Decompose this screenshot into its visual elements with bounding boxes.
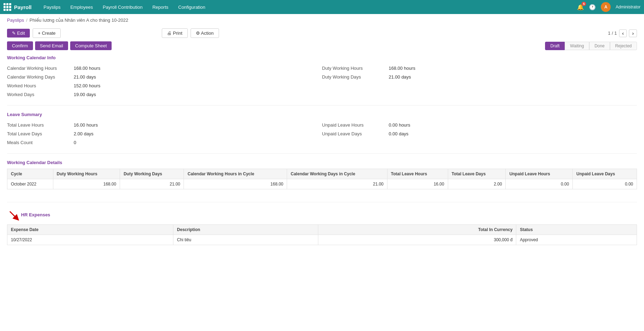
status-draft[interactable]: Draft xyxy=(545,42,565,50)
info-row-duty-working-days: Duty Working Days 21.00 days xyxy=(322,73,637,81)
next-button[interactable]: › xyxy=(629,29,637,37)
divider-1 xyxy=(7,105,637,106)
nav-employees[interactable]: Employees xyxy=(65,0,98,14)
leave-summary-title: Leave Summary xyxy=(7,112,637,117)
topnav-items: Payslips Employees Payroll Contribution … xyxy=(39,0,577,14)
label-total-leave-days: Total Leave Days xyxy=(7,131,67,136)
avatar[interactable]: A xyxy=(601,2,611,12)
col-cycle: Cycle xyxy=(7,169,53,179)
nav-payslips[interactable]: Payslips xyxy=(39,0,65,14)
svg-line-0 xyxy=(10,211,17,218)
cell-unpaid-leave-hours: 0.00 xyxy=(506,179,573,189)
pagination: 1 / 1 ‹ › xyxy=(608,29,637,37)
breadcrumb-parent[interactable]: Payslips xyxy=(7,18,24,23)
col-cal-working-hours-cycle: Calendar Working Hours in Cycle xyxy=(184,169,287,179)
hr-expenses-table: Expense Date Description Total In Curren… xyxy=(7,224,637,245)
value-duty-working-hours: 168.00 hours xyxy=(389,66,416,71)
app-name: Payroll xyxy=(14,4,32,10)
value-unpaid-leave-hours: 0.00 hours xyxy=(389,122,410,128)
value-calendar-working-days: 21.00 days xyxy=(74,74,96,80)
col-unpaid-leave-hours: Unpaid Leave Hours xyxy=(506,169,573,179)
info-row-meals-count: Meals Count 0 xyxy=(7,138,322,147)
topnav-right: 🔔 5 🕐 A Administrator xyxy=(577,2,640,12)
compute-sheet-button[interactable]: Compute Sheet xyxy=(70,41,112,50)
info-row-calendar-working-days: Calendar Working Days 21.00 days xyxy=(7,73,322,81)
pagination-count: 1 / 1 xyxy=(608,31,617,36)
cell-status: Approved xyxy=(516,235,637,245)
cell-total-leave-hours: 16.00 xyxy=(387,179,448,189)
info-right-col: Duty Working Hours 168.00 hours Duty Wor… xyxy=(322,64,637,99)
table-row: October 2022 168.00 21.00 168.00 21.00 1… xyxy=(7,179,637,189)
col-total-in-currency: Total In Currency xyxy=(318,225,516,235)
leave-left-col: Total Leave Hours 16.00 hours Total Leav… xyxy=(7,121,322,147)
hr-expenses-title: HR Expenses xyxy=(21,212,50,217)
info-row-total-leave-hours: Total Leave Hours 16.00 hours xyxy=(7,121,322,129)
info-row-calendar-working-hours: Calendar Working Hours 168.00 hours xyxy=(7,64,322,73)
leave-right-col: Unpaid Leave Hours 0.00 hours Unpaid Lea… xyxy=(322,121,637,147)
working-calendar-info-grid: Calendar Working Hours 168.00 hours Cale… xyxy=(7,64,637,99)
cell-duty-working-days: 21.00 xyxy=(120,179,184,189)
app-logo[interactable]: Payroll xyxy=(4,3,32,11)
col-total-leave-days: Total Leave Days xyxy=(448,169,506,179)
cell-cal-working-hours-cycle: 168.00 xyxy=(184,179,287,189)
clock-icon[interactable]: 🕐 xyxy=(589,4,596,11)
value-worked-hours: 152.00 hours xyxy=(74,83,100,88)
red-arrow-icon xyxy=(7,209,20,221)
info-row-total-leave-days: Total Leave Days 2.00 days xyxy=(7,129,322,138)
label-duty-working-days: Duty Working Days xyxy=(322,74,382,80)
cell-cycle: October 2022 xyxy=(7,179,53,189)
info-row-worked-hours: Worked Hours 152.00 hours xyxy=(7,81,322,90)
action-button[interactable]: ⚙ Action xyxy=(191,28,219,38)
admin-label[interactable]: Administrator xyxy=(616,5,640,9)
label-worked-days: Worked Days xyxy=(7,92,67,97)
grid-icon xyxy=(4,3,11,11)
prev-button[interactable]: ‹ xyxy=(619,29,627,37)
col-status: Status xyxy=(516,225,637,235)
info-row-unpaid-leave-hours: Unpaid Leave Hours 0.00 hours xyxy=(322,121,637,129)
label-unpaid-leave-days: Unpaid Leave Days xyxy=(322,131,382,136)
col-total-leave-hours: Total Leave Hours xyxy=(387,169,448,179)
label-worked-hours: Worked Hours xyxy=(7,83,67,88)
label-total-leave-hours: Total Leave Hours xyxy=(7,122,67,128)
info-row-worked-days: Worked Days 19.00 days xyxy=(7,90,322,99)
send-email-button[interactable]: Send Email xyxy=(35,41,68,50)
edit-button[interactable]: ✎ Edit xyxy=(7,29,30,38)
info-left-col: Calendar Working Hours 168.00 hours Cale… xyxy=(7,64,322,99)
status-waiting[interactable]: Waiting xyxy=(565,42,589,50)
col-duty-working-days: Duty Working Days xyxy=(120,169,184,179)
cell-unpaid-leave-days: 0.00 xyxy=(573,179,637,189)
cell-expense-date: 10/27/2022 xyxy=(7,235,173,245)
working-calendar-details-table: Cycle Duty Working Hours Duty Working Da… xyxy=(7,169,637,189)
nav-configuration[interactable]: Configuration xyxy=(173,0,210,14)
value-meals-count: 0 xyxy=(74,140,76,145)
label-calendar-working-hours: Calendar Working Hours xyxy=(7,66,67,71)
notifications-button[interactable]: 🔔 5 xyxy=(577,4,584,11)
value-unpaid-leave-days: 0.00 days xyxy=(389,131,409,136)
working-calendar-info-title: Working Calendar Info xyxy=(7,55,637,60)
create-button[interactable]: + Create xyxy=(33,28,61,38)
toolbar: ✎ Edit + Create 🖨 Print ⚙ Action 1 / 1 ‹… xyxy=(0,26,644,40)
label-duty-working-hours: Duty Working Hours xyxy=(322,66,382,71)
label-meals-count: Meals Count xyxy=(7,140,67,145)
cell-description: Chi tiêu xyxy=(173,235,318,245)
col-cal-working-days-cycle: Calendar Working Days in Cycle xyxy=(287,169,387,179)
nav-payroll-contribution[interactable]: Payroll Contribution xyxy=(98,0,147,14)
working-calendar-details-title: Working Calendar Details xyxy=(7,160,637,165)
print-button[interactable]: 🖨 Print xyxy=(162,28,187,38)
info-row-unpaid-leave-days: Unpaid Leave Days 0.00 days xyxy=(322,129,637,138)
cell-total-leave-days: 2.00 xyxy=(448,179,506,189)
leave-summary-grid: Total Leave Hours 16.00 hours Total Leav… xyxy=(7,121,637,147)
confirm-button[interactable]: Confirm xyxy=(7,41,33,50)
nav-reports[interactable]: Reports xyxy=(147,0,173,14)
divider-2 xyxy=(7,153,637,154)
status-done[interactable]: Done xyxy=(589,42,610,50)
table-row: 10/27/2022 Chi tiêu 300,000 đ Approved xyxy=(7,235,637,245)
col-expense-date: Expense Date xyxy=(7,225,173,235)
cell-total-in-currency: 300,000 đ xyxy=(318,235,516,245)
label-unpaid-leave-hours: Unpaid Leave Hours xyxy=(322,122,382,128)
cell-cal-working-days-cycle: 21.00 xyxy=(287,179,387,189)
section-separator xyxy=(7,189,637,196)
status-row: Confirm Send Email Compute Sheet Draft W… xyxy=(0,40,644,50)
divider-3 xyxy=(7,202,637,202)
status-rejected[interactable]: Rejected xyxy=(610,42,637,50)
